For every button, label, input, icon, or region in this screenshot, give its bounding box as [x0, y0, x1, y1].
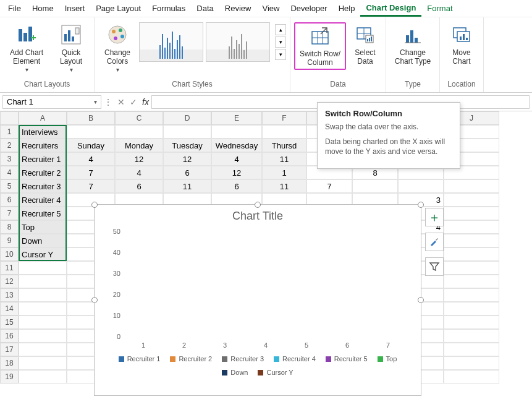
col-header-D[interactable]: D — [163, 111, 211, 125]
row-header[interactable]: 1 — [0, 125, 19, 139]
cell[interactable] — [444, 220, 499, 234]
cell[interactable]: 6 — [211, 179, 262, 193]
move-chart-button[interactable]: Move Chart — [444, 22, 479, 67]
row-header[interactable]: 13 — [0, 288, 19, 302]
cell[interactable] — [211, 125, 262, 139]
cell[interactable] — [352, 179, 398, 193]
row-header[interactable]: 6 — [0, 193, 19, 207]
tab-file[interactable]: File — [2, 1, 27, 15]
cell[interactable] — [19, 315, 67, 329]
cell[interactable]: 4 — [115, 166, 163, 179]
cell[interactable]: Recruiter 5 — [19, 207, 67, 220]
cell[interactable] — [19, 275, 67, 288]
cell[interactable]: Down — [19, 234, 67, 247]
row-header[interactable]: 10 — [0, 247, 19, 261]
enter-icon[interactable]: ✓ — [130, 97, 137, 107]
cell[interactable]: Recruiter 4 — [19, 193, 67, 207]
chart-styles-button[interactable] — [425, 233, 444, 251]
cell[interactable] — [262, 125, 306, 139]
cell[interactable]: 11 — [262, 179, 306, 193]
resize-handle[interactable] — [91, 202, 98, 208]
cell[interactable]: Thursd — [262, 139, 306, 152]
cancel-icon[interactable]: ✕ — [117, 97, 125, 107]
cell[interactable]: 11 — [262, 152, 306, 166]
row-header[interactable]: 11 — [0, 261, 19, 275]
quick-layout-button[interactable]: Quick Layout ▾ — [52, 22, 90, 75]
switch-row-column-button[interactable]: Switch Row/ Column — [294, 22, 346, 70]
tab-page-layout[interactable]: Page Layout — [90, 1, 146, 15]
cell[interactable] — [19, 261, 67, 275]
legend-item[interactable]: Recruiter 5 — [326, 355, 368, 363]
row-header[interactable]: 5 — [0, 179, 19, 193]
cell[interactable]: 7 — [67, 179, 115, 193]
gallery-expand-button[interactable]: ▾ — [275, 49, 286, 60]
tab-insert[interactable]: Insert — [59, 1, 91, 15]
cell[interactable] — [444, 179, 499, 193]
cell[interactable] — [444, 329, 499, 343]
legend-item[interactable]: Down — [222, 369, 248, 376]
style-thumb-1[interactable] — [139, 22, 203, 62]
row-header[interactable]: 18 — [0, 356, 19, 370]
cell[interactable] — [19, 302, 67, 315]
col-header-C[interactable]: C — [115, 111, 163, 125]
row-header[interactable]: 12 — [0, 275, 19, 288]
row-header[interactable]: 16 — [0, 329, 19, 343]
cell[interactable] — [444, 302, 499, 315]
cell[interactable] — [115, 125, 163, 139]
tab-view[interactable]: View — [256, 1, 285, 15]
cell[interactable] — [444, 247, 499, 261]
row-header[interactable]: 19 — [0, 370, 19, 384]
tab-developer[interactable]: Developer — [285, 1, 332, 15]
cell[interactable]: Recruiter 3 — [19, 179, 67, 193]
chart-filters-button[interactable] — [425, 257, 444, 276]
cell[interactable]: 4 — [211, 152, 262, 166]
row-header[interactable]: 17 — [0, 343, 19, 356]
cell[interactable]: Tuesday — [163, 139, 211, 152]
tab-format[interactable]: Format — [421, 1, 458, 15]
cell[interactable] — [19, 356, 67, 370]
scroll-up-button[interactable]: ▴ — [275, 24, 286, 35]
cell[interactable]: Wednesday — [211, 139, 262, 152]
resize-handle[interactable] — [255, 202, 261, 208]
change-chart-type-button[interactable]: Change Chart Type — [390, 22, 436, 67]
row-header[interactable]: 4 — [0, 166, 19, 179]
cell[interactable]: 6 — [163, 166, 211, 179]
style-thumb-2[interactable] — [206, 22, 270, 62]
cell[interactable] — [444, 356, 499, 370]
tab-help[interactable]: Help — [333, 1, 361, 15]
legend-item[interactable]: Recruiter 1 — [119, 355, 161, 363]
cell[interactable]: 1 — [262, 166, 306, 179]
cell[interactable] — [444, 261, 499, 275]
more-icon[interactable]: ⋮ — [104, 97, 112, 107]
cell[interactable]: Recruiter 2 — [19, 166, 67, 179]
col-header-F[interactable]: F — [262, 111, 306, 125]
cell[interactable]: Recruiter 1 — [19, 152, 67, 166]
cell[interactable]: Monday — [115, 139, 163, 152]
tab-data[interactable]: Data — [191, 1, 219, 15]
cell[interactable] — [398, 179, 444, 193]
cell[interactable]: Cursor Y — [19, 247, 67, 261]
cell[interactable]: Interviews — [19, 125, 67, 139]
cell[interactable]: 4 — [67, 152, 115, 166]
row-header[interactable]: 15 — [0, 315, 19, 329]
resize-handle[interactable] — [91, 297, 98, 303]
legend-item[interactable]: Recruiter 3 — [222, 355, 264, 363]
change-colors-button[interactable]: Change Colors ▾ — [98, 22, 137, 75]
scroll-down-button[interactable]: ▾ — [275, 36, 286, 48]
cell[interactable] — [163, 125, 211, 139]
cell[interactable] — [19, 329, 67, 343]
row-header[interactable]: 9 — [0, 234, 19, 247]
tab-review[interactable]: Review — [219, 1, 257, 15]
row-header[interactable]: 3 — [0, 152, 19, 166]
col-header-E[interactable]: E — [211, 111, 262, 125]
cell[interactable] — [19, 288, 67, 302]
cell[interactable] — [67, 125, 115, 139]
select-data-button[interactable]: Select Data — [348, 22, 382, 67]
resize-handle[interactable] — [418, 297, 424, 303]
legend-item[interactable]: Cursor Y — [258, 369, 293, 376]
row-header[interactable]: 14 — [0, 302, 19, 315]
resize-handle[interactable] — [418, 202, 424, 208]
legend-item[interactable]: Top — [378, 355, 397, 363]
row-header[interactable]: 8 — [0, 220, 19, 234]
tab-chart-design[interactable]: Chart Design — [360, 1, 421, 17]
